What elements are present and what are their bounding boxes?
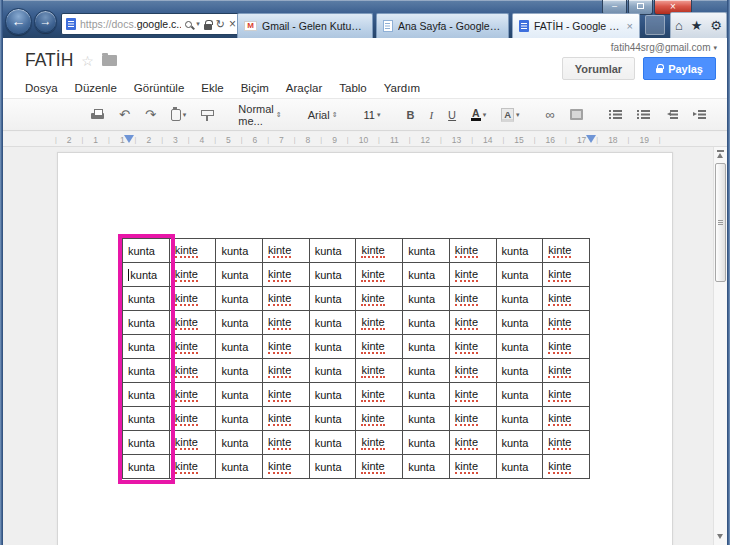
scroll-up-icon[interactable] — [714, 149, 727, 161]
ssl-lock-icon[interactable] — [204, 24, 212, 30]
scrollbar-thumb[interactable] — [715, 163, 726, 282]
table-cell[interactable]: kunta — [216, 335, 263, 359]
menu-araçlar[interactable]: Araçlar — [286, 82, 322, 94]
menu-dosya[interactable]: Dosya — [25, 82, 58, 94]
scroll-down-icon[interactable] — [714, 531, 727, 543]
font-size-dropdown[interactable]: 11▾ — [360, 106, 385, 124]
table-cell[interactable]: kinte — [263, 311, 310, 335]
format-paint-button[interactable] — [197, 106, 216, 124]
table-cell[interactable]: kinte — [356, 359, 403, 383]
table-cell[interactable]: kunta — [216, 263, 263, 287]
table-cell[interactable]: kunta — [123, 239, 170, 263]
table-cell[interactable]: kunta — [309, 335, 356, 359]
table-cell[interactable]: kunta — [123, 455, 170, 479]
table-cell[interactable]: kinte — [449, 431, 496, 455]
table-cell[interactable]: kunta — [309, 383, 356, 407]
table-cell[interactable]: kunta — [403, 359, 450, 383]
table-cell[interactable]: kinte — [169, 407, 216, 431]
table-cell[interactable]: kinte — [169, 311, 216, 335]
indent-marker-left[interactable] — [124, 135, 134, 143]
table-cell[interactable]: kunta — [496, 287, 543, 311]
table-cell[interactable]: kinte — [356, 287, 403, 311]
table-cell[interactable]: kinte — [356, 455, 403, 479]
table-cell[interactable]: kunta — [309, 359, 356, 383]
style-dropdown[interactable]: Normal me...⇕ — [234, 100, 285, 130]
table-cell[interactable]: kinte — [356, 335, 403, 359]
table-cell[interactable]: kinte — [543, 263, 590, 287]
table-cell[interactable]: kinte — [449, 263, 496, 287]
table-cell[interactable]: kinte — [263, 383, 310, 407]
highlight-color-button[interactable]: A▾ — [497, 105, 523, 125]
table-cell[interactable]: kunta — [403, 407, 450, 431]
table-cell[interactable]: kinte — [449, 287, 496, 311]
document-title[interactable]: FATİH — [25, 50, 73, 71]
bold-button[interactable]: B — [402, 106, 418, 124]
tab-close-icon[interactable]: × — [627, 21, 633, 31]
table-cell[interactable]: kinte — [263, 431, 310, 455]
table-cell[interactable]: kinte — [543, 311, 590, 335]
table-cell[interactable]: kinte — [543, 287, 590, 311]
menu-biçim[interactable]: Biçim — [241, 82, 269, 94]
table-cell[interactable]: kunta — [123, 359, 170, 383]
new-tab-button[interactable] — [645, 15, 665, 35]
table-cell[interactable]: kinte — [263, 359, 310, 383]
table-cell[interactable]: kinte — [356, 431, 403, 455]
share-button[interactable]: Paylaş — [643, 57, 716, 80]
table-cell[interactable]: kunta — [496, 335, 543, 359]
table-cell[interactable]: kinte — [356, 311, 403, 335]
table-cell[interactable]: kunta — [309, 455, 356, 479]
outdent-button[interactable] — [661, 106, 682, 123]
table-cell[interactable]: kinte — [449, 359, 496, 383]
refresh-icon[interactable]: ↻ — [216, 19, 225, 30]
underline-button[interactable]: U — [444, 106, 460, 124]
table-cell[interactable]: kinte — [263, 407, 310, 431]
table-cell[interactable]: kinte — [449, 407, 496, 431]
italic-button[interactable]: I — [425, 106, 437, 124]
print-button[interactable] — [87, 106, 108, 124]
table-cell[interactable]: kinte — [449, 455, 496, 479]
table-cell[interactable]: kinte — [356, 407, 403, 431]
address-bar[interactable]: https://docs.google.c... ▾ ↻ × — [61, 13, 241, 35]
table-cell[interactable]: kunta — [403, 287, 450, 311]
search-dropdown-icon[interactable]: ▾ — [196, 20, 200, 28]
star-document-icon[interactable]: ☆ — [81, 53, 94, 69]
table-cell[interactable]: kinte — [356, 239, 403, 263]
table-cell[interactable]: kinte — [169, 239, 216, 263]
table-cell[interactable]: kunta — [496, 431, 543, 455]
table-cell[interactable]: kunta — [123, 263, 170, 287]
table-cell[interactable]: kinte — [543, 455, 590, 479]
table-cell[interactable]: kunta — [496, 359, 543, 383]
table-cell[interactable]: kunta — [123, 431, 170, 455]
table-cell[interactable]: kinte — [356, 263, 403, 287]
table-cell[interactable]: kunta — [309, 263, 356, 287]
table-cell[interactable]: kunta — [403, 311, 450, 335]
table-cell[interactable]: kunta — [216, 359, 263, 383]
table-cell[interactable]: kinte — [449, 239, 496, 263]
table-cell[interactable]: kinte — [169, 383, 216, 407]
menu-tablo[interactable]: Tablo — [339, 82, 367, 94]
indent-marker-right[interactable] — [586, 135, 596, 143]
table-cell[interactable]: kinte — [263, 263, 310, 287]
font-dropdown[interactable]: Arial⇕ — [304, 106, 342, 124]
vertical-scrollbar[interactable] — [713, 147, 727, 545]
table-cell[interactable]: kunta — [216, 407, 263, 431]
table-cell[interactable]: kinte — [449, 335, 496, 359]
table-cell[interactable]: kinte — [543, 383, 590, 407]
favorites-star-icon[interactable]: ★ — [691, 19, 703, 32]
menu-görüntüle[interactable]: Görüntüle — [134, 82, 185, 94]
tab-ana-sayfa[interactable]: Ana Sayfa - Google Doküm... — [376, 13, 509, 38]
table-cell[interactable]: kinte — [449, 311, 496, 335]
table-cell[interactable]: kunta — [123, 311, 170, 335]
table-cell[interactable]: kunta — [496, 455, 543, 479]
table-cell[interactable]: kinte — [543, 407, 590, 431]
table-cell[interactable]: kunta — [403, 335, 450, 359]
table-cell[interactable]: kunta — [123, 287, 170, 311]
table-cell[interactable]: kinte — [543, 359, 590, 383]
folder-icon[interactable] — [102, 55, 117, 66]
table-cell[interactable]: kinte — [356, 383, 403, 407]
table-cell[interactable]: kinte — [543, 431, 590, 455]
paint-format-button[interactable]: ▾ — [167, 106, 191, 124]
table-cell[interactable]: kunta — [309, 239, 356, 263]
text-color-button[interactable]: A▾ — [467, 105, 490, 124]
tab-gmail[interactable]: Gmail - Gelen Kutusu (5) - f... — [237, 13, 373, 38]
